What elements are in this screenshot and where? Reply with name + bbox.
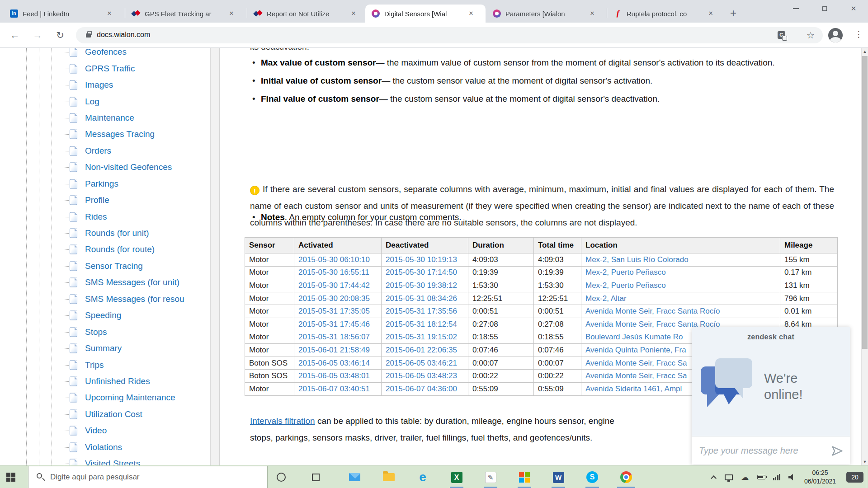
tray-onedrive-button[interactable]: ☁ [738,466,752,488]
deactivated-link[interactable]: 2015-05-30 17:14:50 [382,266,468,279]
location-link[interactable]: Mex-2, Altar [581,292,780,305]
sidebar-link[interactable]: SMS Messages (for unit) [85,277,179,287]
activated-link[interactable]: 2015-05-30 17:44:42 [294,279,382,292]
sidebar-link[interactable]: Stops [85,327,107,337]
activated-link[interactable]: 2015-06-01 21:58:49 [294,344,382,357]
chrome-app-button[interactable] [613,466,640,488]
lock-icon[interactable] [86,33,91,38]
excel-app-button[interactable]: X [443,466,470,488]
close-button[interactable]: ✕ [839,0,868,17]
sidebar-link[interactable]: Geofences [85,48,127,57]
sidebar-link[interactable]: Upcoming Maintenance [85,393,175,403]
edge-app-button[interactable]: e [409,466,436,488]
activated-link[interactable]: 2015-06-05 03:46:14 [294,357,382,370]
sidebar-link[interactable]: Messages Tracing [85,129,155,139]
scroll-up-icon[interactable]: ▲ [862,48,868,55]
tab-parameters[interactable]: Parameters [Wialon ✕ [486,5,606,23]
tab-gps-fleet-tracking[interactable]: GPS Fleet Tracking ar ✕ [126,5,246,23]
sidebar-link[interactable]: Video [85,426,107,436]
sidebar-link[interactable]: Trips [85,360,104,370]
taskbar-clock[interactable]: 06:25 06/01/2021 [799,469,841,486]
tab-close-icon[interactable]: ✕ [349,9,358,18]
scrollbar-thumb[interactable] [862,56,868,349]
tab-close-icon[interactable]: ✕ [588,9,597,18]
tray-network-button[interactable] [769,466,784,488]
sidebar-link[interactable]: Visited Streets [85,459,140,465]
mail-app-button[interactable] [341,466,368,488]
address-bar[interactable]: docs.wialon.com G ☆ [76,27,823,43]
sidebar-link[interactable]: Violations [85,442,122,452]
sidebar-link[interactable]: Images [85,80,113,90]
tray-display-button[interactable] [722,466,736,488]
sidebar-link[interactable]: Orders [85,146,111,156]
tab-close-icon[interactable]: ✕ [105,9,114,18]
deactivated-link[interactable]: 2015-05-30 10:19:13 [382,253,468,267]
activated-link[interactable]: 2015-05-31 17:35:05 [294,305,382,318]
activated-link[interactable]: 2015-05-30 16:55:11 [294,266,382,279]
notes-app-button[interactable]: ✎ [477,466,504,488]
activated-link[interactable]: 2015-05-30 20:08:35 [294,292,382,305]
sidebar-link[interactable]: Rounds (for route) [85,244,155,254]
sidebar-link[interactable]: Unfinished Rides [85,376,150,386]
maximize-button[interactable] [810,0,839,17]
show-desktop-button[interactable] [866,466,868,488]
chat-message-input[interactable] [699,436,821,465]
location-link[interactable]: Mex-2, Puerto Peñasco [581,279,780,292]
deactivated-link[interactable]: 2015-06-05 03:48:23 [382,370,468,383]
back-button[interactable]: ← [8,29,22,42]
notification-badge[interactable]: 20 [846,472,863,483]
url-text[interactable]: docs.wialon.com [97,31,150,39]
sidebar-link[interactable]: Parkings [85,179,118,189]
location-link[interactable]: Mex-2, Puerto Peñasco [581,266,780,279]
activated-link[interactable]: 2015-05-31 18:56:07 [294,331,382,344]
cortana-button[interactable] [268,466,295,488]
tab-report-not-utilized[interactable]: Report on Not Utilize ✕ [248,5,364,23]
tray-battery-button[interactable] [754,466,769,488]
scroll-down-icon[interactable]: ▼ [862,458,868,465]
file-explorer-button[interactable] [375,466,402,488]
activated-link[interactable]: 2015-06-05 03:48:01 [294,370,382,383]
sidebar-link[interactable]: GPRS Traffic [85,64,135,74]
deactivated-link[interactable]: 2015-06-01 22:06:35 [382,344,468,357]
zendesk-chat-widget[interactable]: zendesk chat We're online! [692,327,850,465]
deactivated-link[interactable]: 2015-05-31 17:35:56 [382,305,468,318]
skype-app-button[interactable]: S [579,466,606,488]
tab-close-icon[interactable]: ✕ [227,9,236,18]
tray-chevron-button[interactable] [705,466,720,488]
sidebar-link[interactable]: Rides [85,212,107,222]
new-tab-button[interactable]: + [726,6,741,21]
store-app-button[interactable] [511,466,538,488]
sidebar-link[interactable]: Sensor Tracing [85,261,143,271]
bookmark-star-icon[interactable]: ☆ [806,30,816,40]
sidebar-link[interactable]: Profile [85,195,109,205]
sidebar-link[interactable]: Rounds (for unit) [85,228,149,238]
tray-volume-button[interactable] [785,466,799,488]
start-button[interactable] [6,473,15,482]
deactivated-link[interactable]: 2015-06-05 03:46:21 [382,357,468,370]
tab-ruptela-protocol[interactable]: ƒ Ruptela protocol, co ✕ [608,5,720,23]
deactivated-link[interactable]: 2015-05-31 08:34:26 [382,292,468,305]
tab-close-icon[interactable]: ✕ [467,9,476,18]
tab-close-icon[interactable]: ✕ [707,9,715,18]
deactivated-link[interactable]: 2015-05-30 19:38:12 [382,279,468,292]
translate-icon[interactable]: G [778,31,785,39]
sidebar-scrollbar-track[interactable] [210,48,220,465]
forward-button[interactable]: → [31,29,44,42]
sidebar-link[interactable]: Non-visited Geofences [85,162,172,172]
sidebar-link[interactable]: Utilization Cost [85,409,142,419]
sidebar-link[interactable]: Speeding [85,310,121,320]
page-scrollbar[interactable]: ▲ ▼ [861,48,868,465]
tab-digital-sensors-active[interactable]: Digital Sensors [Wial ✕ [365,5,486,23]
taskbar-search-box[interactable] [28,466,268,488]
intervals-filtration-link[interactable]: Intervals filtration [250,416,315,426]
activated-link[interactable]: 2015-06-07 03:40:51 [294,382,382,395]
sidebar-link[interactable]: Summary [85,343,122,353]
activated-link[interactable]: 2015-05-30 06:10:10 [294,253,382,267]
minimize-button[interactable] [781,0,810,17]
deactivated-link[interactable]: 2015-06-07 04:36:00 [382,382,468,395]
word-app-button[interactable]: W [545,466,572,488]
reload-button[interactable]: ↻ [53,29,67,42]
location-link[interactable]: Avenida Monte Seir, Fracc Santa Rocío [581,305,780,318]
sidebar-link[interactable]: SMS Messages (for resou [85,294,184,304]
sidebar-link[interactable]: Log [85,97,99,107]
